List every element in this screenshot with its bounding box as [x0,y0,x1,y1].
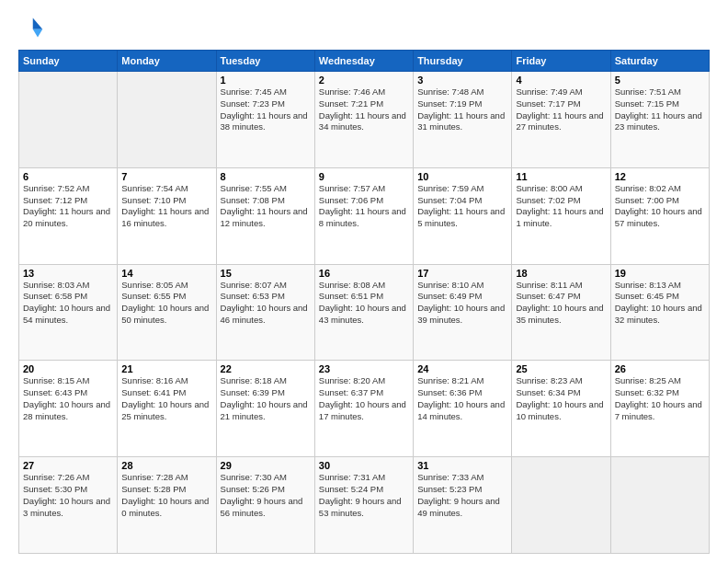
day-info: Sunrise: 8:13 AMSunset: 6:45 PMDaylight:… [615,280,705,327]
day-number: 1 [221,75,311,86]
day-number: 29 [221,460,311,471]
day-cell: 10Sunrise: 7:59 AMSunset: 7:04 PMDayligh… [414,167,512,264]
day-number: 25 [516,363,606,374]
day-cell: 20Sunrise: 8:15 AMSunset: 6:43 PMDayligh… [19,361,118,457]
day-number: 14 [121,268,211,279]
day-number: 20 [23,363,113,374]
day-cell: 2Sunrise: 7:46 AMSunset: 7:21 PMDaylight… [314,72,413,168]
weekday-header-tuesday: Tuesday [216,51,314,72]
day-info: Sunrise: 7:30 AMSunset: 5:26 PMDaylight:… [221,472,311,519]
day-cell: 17Sunrise: 8:10 AMSunset: 6:49 PMDayligh… [414,264,512,361]
day-number: 27 [23,460,113,471]
day-number: 11 [516,171,606,182]
day-number: 5 [615,75,705,86]
day-cell: 28Sunrise: 7:28 AMSunset: 5:28 PMDayligh… [118,457,216,554]
day-cell: 6Sunrise: 7:52 AMSunset: 7:12 PMDaylight… [19,167,118,264]
day-cell: 12Sunrise: 8:02 AMSunset: 7:00 PMDayligh… [610,167,709,264]
day-cell: 7Sunrise: 7:54 AMSunset: 7:10 PMDaylight… [118,167,216,264]
day-number: 31 [417,460,507,471]
weekday-header-monday: Monday [118,51,216,72]
day-number: 24 [417,363,507,374]
day-cell [118,72,216,168]
day-info: Sunrise: 8:21 AMSunset: 6:36 PMDaylight:… [417,375,507,422]
week-row-3: 13Sunrise: 8:03 AMSunset: 6:58 PMDayligh… [19,264,710,361]
day-cell: 15Sunrise: 8:07 AMSunset: 6:53 PMDayligh… [216,264,314,361]
day-info: Sunrise: 8:23 AMSunset: 6:34 PMDaylight:… [516,375,606,422]
day-cell: 23Sunrise: 8:20 AMSunset: 6:37 PMDayligh… [314,361,413,457]
day-info: Sunrise: 8:08 AMSunset: 6:51 PMDaylight:… [319,280,409,327]
day-number: 17 [417,268,507,279]
weekday-header-wednesday: Wednesday [314,51,413,72]
day-cell: 1Sunrise: 7:45 AMSunset: 7:23 PMDaylight… [216,72,314,168]
day-number: 26 [615,363,705,374]
day-info: Sunrise: 7:46 AMSunset: 7:21 PMDaylight:… [319,86,409,133]
day-cell: 22Sunrise: 8:18 AMSunset: 6:39 PMDayligh… [216,361,314,457]
day-number: 4 [516,75,606,86]
day-info: Sunrise: 7:51 AMSunset: 7:15 PMDaylight:… [615,86,705,133]
day-info: Sunrise: 8:03 AMSunset: 6:58 PMDaylight:… [23,280,113,327]
day-number: 23 [319,363,409,374]
day-number: 15 [221,268,311,279]
week-row-2: 6Sunrise: 7:52 AMSunset: 7:12 PMDaylight… [19,167,710,264]
day-number: 2 [319,75,409,86]
day-cell: 25Sunrise: 8:23 AMSunset: 6:34 PMDayligh… [512,361,610,457]
day-info: Sunrise: 7:48 AMSunset: 7:19 PMDaylight:… [417,86,507,133]
day-number: 12 [615,171,705,182]
day-cell: 8Sunrise: 7:55 AMSunset: 7:08 PMDaylight… [216,167,314,264]
day-number: 19 [615,268,705,279]
day-cell: 30Sunrise: 7:31 AMSunset: 5:24 PMDayligh… [314,457,413,554]
weekday-header-saturday: Saturday [610,51,709,72]
day-info: Sunrise: 8:20 AMSunset: 6:37 PMDaylight:… [319,375,409,422]
day-info: Sunrise: 7:54 AMSunset: 7:10 PMDaylight:… [121,183,211,230]
logo-icon [18,15,44,40]
day-info: Sunrise: 8:18 AMSunset: 6:39 PMDaylight:… [221,375,311,422]
day-cell: 16Sunrise: 8:08 AMSunset: 6:51 PMDayligh… [314,264,413,361]
day-number: 18 [516,268,606,279]
day-cell: 18Sunrise: 8:11 AMSunset: 6:47 PMDayligh… [512,264,610,361]
day-info: Sunrise: 8:10 AMSunset: 6:49 PMDaylight:… [417,280,507,327]
day-cell: 5Sunrise: 7:51 AMSunset: 7:15 PMDaylight… [610,72,709,168]
calendar-table: SundayMondayTuesdayWednesdayThursdayFrid… [18,50,710,554]
day-info: Sunrise: 8:07 AMSunset: 6:53 PMDaylight:… [221,280,311,327]
day-number: 6 [23,171,113,182]
day-cell: 3Sunrise: 7:48 AMSunset: 7:19 PMDaylight… [414,72,512,168]
day-info: Sunrise: 7:28 AMSunset: 5:28 PMDaylight:… [121,472,211,519]
day-info: Sunrise: 7:45 AMSunset: 7:23 PMDaylight:… [221,86,311,133]
day-number: 9 [319,171,409,182]
day-info: Sunrise: 7:55 AMSunset: 7:08 PMDaylight:… [221,183,311,230]
day-cell: 4Sunrise: 7:49 AMSunset: 7:17 PMDaylight… [512,72,610,168]
day-info: Sunrise: 8:11 AMSunset: 6:47 PMDaylight:… [516,280,606,327]
day-cell: 24Sunrise: 8:21 AMSunset: 6:36 PMDayligh… [414,361,512,457]
week-row-4: 20Sunrise: 8:15 AMSunset: 6:43 PMDayligh… [19,361,710,457]
day-cell: 29Sunrise: 7:30 AMSunset: 5:26 PMDayligh… [216,457,314,554]
day-info: Sunrise: 7:49 AMSunset: 7:17 PMDaylight:… [516,86,606,133]
day-cell: 13Sunrise: 8:03 AMSunset: 6:58 PMDayligh… [19,264,118,361]
day-number: 28 [121,460,211,471]
day-info: Sunrise: 8:02 AMSunset: 7:00 PMDaylight:… [615,183,705,230]
day-cell [19,72,118,168]
day-info: Sunrise: 8:15 AMSunset: 6:43 PMDaylight:… [23,375,113,422]
weekday-header-row: SundayMondayTuesdayWednesdayThursdayFrid… [19,51,710,72]
weekday-header-sunday: Sunday [19,51,118,72]
day-cell: 9Sunrise: 7:57 AMSunset: 7:06 PMDaylight… [314,167,413,264]
day-cell: 14Sunrise: 8:05 AMSunset: 6:55 PMDayligh… [118,264,216,361]
weekday-header-friday: Friday [512,51,610,72]
day-info: Sunrise: 8:25 AMSunset: 6:32 PMDaylight:… [615,375,705,422]
day-cell: 27Sunrise: 7:26 AMSunset: 5:30 PMDayligh… [19,457,118,554]
day-number: 30 [319,460,409,471]
day-cell [512,457,610,554]
weekday-header-thursday: Thursday [414,51,512,72]
day-info: Sunrise: 7:33 AMSunset: 5:23 PMDaylight:… [417,472,507,519]
day-number: 13 [23,268,113,279]
week-row-1: 1Sunrise: 7:45 AMSunset: 7:23 PMDaylight… [19,72,710,168]
day-cell: 31Sunrise: 7:33 AMSunset: 5:23 PMDayligh… [414,457,512,554]
day-number: 10 [417,171,507,182]
day-cell [610,457,709,554]
header [18,15,710,40]
day-info: Sunrise: 7:26 AMSunset: 5:30 PMDaylight:… [23,472,113,519]
day-cell: 11Sunrise: 8:00 AMSunset: 7:02 PMDayligh… [512,167,610,264]
day-info: Sunrise: 8:05 AMSunset: 6:55 PMDaylight:… [121,280,211,327]
day-info: Sunrise: 7:59 AMSunset: 7:04 PMDaylight:… [417,183,507,230]
day-info: Sunrise: 7:52 AMSunset: 7:12 PMDaylight:… [23,183,113,230]
page: SundayMondayTuesdayWednesdayThursdayFrid… [0,0,728,563]
